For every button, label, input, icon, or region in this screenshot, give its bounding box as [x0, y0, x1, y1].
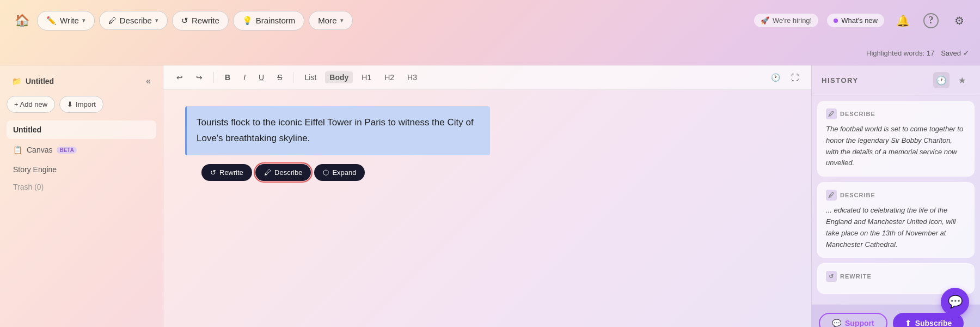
history-header: HISTORY 🕐 ★ — [812, 65, 980, 95]
sidebar-item-story-engine-label: Story Engine — [13, 165, 57, 174]
describe-button[interactable]: 🖊 Describe ▾ — [99, 11, 168, 30]
notification-dot — [834, 19, 838, 23]
h3-button[interactable]: H3 — [403, 71, 421, 83]
more-chevron-icon: ▾ — [340, 17, 344, 24]
history-toggle-button[interactable]: 🕐 — [768, 70, 783, 85]
expand-float-icon: ⬡ — [323, 168, 329, 177]
sidebar-title: Untitled — [26, 77, 54, 86]
saved-badge: Saved ✓ — [941, 49, 969, 57]
h1-button[interactable]: H1 — [357, 71, 376, 83]
describe-type-icon-0: 🖊 — [826, 108, 837, 119]
history-card-type-0: 🖊 DESCRIBE — [826, 108, 966, 119]
toolbar-divider-2 — [293, 72, 293, 83]
history-title: HISTORY — [822, 76, 859, 84]
strikethrough-button[interactable]: S — [273, 71, 286, 83]
floating-menu: ↺ Rewrite 🖊 Describe ⬡ Expand — [201, 164, 789, 181]
brainstorm-button[interactable]: 💡 Brainstorm — [233, 11, 305, 31]
selected-text[interactable]: Tourists flock to the iconic Eiffel Towe… — [185, 106, 490, 155]
rewrite-float-label: Rewrite — [219, 168, 243, 177]
sidebar: 📁 Untitled « Untitled + Add new ⬇ Import… — [0, 65, 163, 327]
import-button[interactable]: ⬇ Import — [59, 96, 103, 113]
add-new-button[interactable]: Untitled + Add new — [7, 96, 55, 113]
history-clock-icon: 🕐 — [936, 75, 947, 86]
folder-icon: 📁 — [12, 77, 21, 86]
hiring-label: We're hiring! — [773, 16, 812, 25]
sidebar-item-story-engine[interactable]: Story Engine — [7, 161, 156, 178]
editor-meta: Highlighted words: 17 Saved ✓ — [866, 49, 969, 57]
describe-float-label: Describe — [274, 168, 302, 177]
hiring-badge[interactable]: 🚀 We're hiring! — [754, 14, 818, 27]
rewrite-icon: ↺ — [181, 16, 188, 26]
toolbar-divider-1 — [213, 72, 214, 83]
saved-check-icon: ✓ — [963, 49, 969, 57]
history-star-button[interactable]: ★ — [954, 72, 970, 88]
write-button[interactable]: ✏️ Write ▾ — [37, 11, 95, 31]
list-label: List — [304, 73, 316, 82]
sidebar-item-untitled-label: Untitled — [13, 125, 41, 134]
underline-button[interactable]: U — [254, 71, 268, 83]
whats-new-label: What's new — [841, 16, 878, 25]
home-icon: 🏠 — [15, 14, 29, 28]
editor-content[interactable]: Tourists flock to the iconic Eiffel Towe… — [163, 90, 811, 327]
clock-small-icon: 🕐 — [771, 73, 780, 82]
help-button[interactable]: ? — [921, 11, 941, 31]
sidebar-header: 📁 Untitled « — [7, 72, 156, 90]
saved-label: Saved — [941, 49, 961, 57]
expand-float-button[interactable]: ⬡ Expand — [314, 164, 365, 181]
redo-icon: ↪ — [196, 73, 203, 82]
home-button[interactable]: 🏠 — [11, 10, 33, 32]
history-card-text-1: ... edicated to celebrating the life of … — [826, 205, 966, 250]
undo-button[interactable]: ↩ — [172, 70, 187, 85]
bold-icon: B — [225, 73, 230, 82]
subscribe-icon: ⬆ — [905, 319, 911, 327]
bold-button[interactable]: B — [220, 71, 235, 83]
fullscreen-icon: ⛶ — [791, 73, 799, 82]
history-card-type-1: 🖊 DESCRIBE — [826, 190, 966, 201]
brainstorm-icon: 💡 — [242, 16, 253, 26]
history-clock-button[interactable]: 🕐 — [933, 72, 950, 88]
chat-widget-button[interactable]: 💬 — [941, 288, 969, 316]
describe-chevron-icon: ▾ — [155, 17, 158, 24]
more-button[interactable]: More ▾ — [309, 11, 352, 30]
h3-label: H3 — [407, 73, 417, 82]
support-icon: 💬 — [832, 319, 841, 327]
body-button[interactable]: Body — [325, 71, 353, 83]
italic-button[interactable]: I — [239, 71, 250, 83]
describe-float-button[interactable]: 🖊 Describe — [255, 164, 311, 181]
sidebar-item-trash-label: Trash (0) — [13, 183, 44, 191]
sidebar-item-canvas[interactable]: 📋 Canvas BETA — [7, 141, 156, 159]
h2-button[interactable]: H2 — [380, 71, 399, 83]
support-button[interactable]: 💬 Support — [819, 313, 887, 327]
rewrite-type-icon-2: ↺ — [826, 271, 837, 282]
editor-area: ↩ ↪ B I U S List Body — [163, 65, 811, 327]
sidebar-item-trash[interactable]: Trash (0) — [7, 178, 156, 196]
sidebar-item-untitled[interactable]: Untitled — [7, 120, 156, 139]
redo-button[interactable]: ↪ — [192, 70, 207, 85]
fullscreen-button[interactable]: ⛶ — [787, 70, 803, 85]
help-icon: ? — [923, 13, 939, 28]
rewrite-button[interactable]: ↺ Rewrite — [172, 11, 229, 31]
write-label: Write — [60, 16, 79, 25]
list-button[interactable]: List — [300, 71, 321, 83]
chat-widget-icon: 💬 — [948, 295, 963, 309]
alert-button[interactable]: 🔔 — [893, 11, 912, 31]
sidebar-header-left: 📁 Untitled — [12, 77, 54, 86]
nav-right: 🚀 We're hiring! What's new 🔔 ? ⚙ — [754, 11, 969, 31]
describe-float-icon: 🖊 — [264, 168, 271, 177]
settings-button[interactable]: ⚙ — [950, 11, 969, 31]
whats-new-button[interactable]: What's new — [827, 14, 884, 27]
history-card-0[interactable]: 🖊 DESCRIBE The football world is set to … — [817, 101, 975, 177]
write-icon: ✏️ — [46, 16, 57, 26]
import-icon: ⬇ — [67, 100, 73, 108]
sidebar-collapse-button[interactable]: « — [146, 76, 151, 86]
add-new-label: + Add new — [14, 100, 47, 108]
undo-icon: ↩ — [176, 73, 183, 82]
highlighted-words-label: Highlighted words: 17 — [866, 49, 934, 57]
rewrite-float-button[interactable]: ↺ Rewrite — [201, 164, 252, 181]
history-card-1[interactable]: 🖊 DESCRIBE ... edicated to celebrating t… — [817, 182, 975, 258]
subscribe-label: Subscribe — [915, 319, 952, 327]
history-card-type-2: ↺ REWRITE — [826, 271, 966, 282]
canvas-icon: 📋 — [13, 146, 22, 154]
rewrite-float-icon: ↺ — [210, 168, 216, 177]
main-content: 📁 Untitled « Untitled + Add new ⬇ Import… — [0, 65, 980, 327]
